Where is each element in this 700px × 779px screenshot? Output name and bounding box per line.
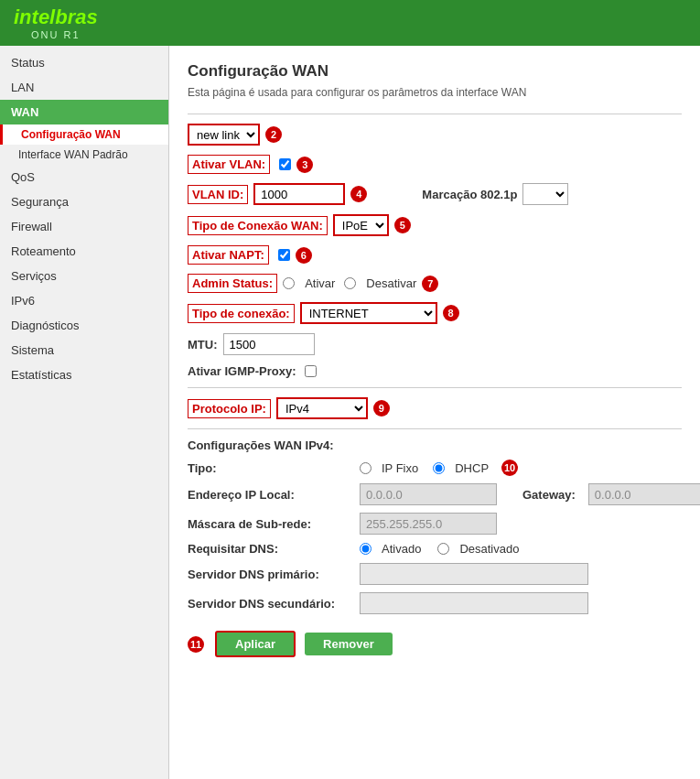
protocolo-ip-row: Protocolo IP: IPv4 9	[188, 397, 682, 419]
protocolo-ip-select[interactable]: IPv4	[276, 397, 368, 419]
badge-2: 2	[265, 126, 282, 143]
tipo-ip-fixo-radio[interactable]	[360, 462, 372, 474]
vlan-id-row: VLAN ID: 4 Marcação 802.1p	[188, 183, 682, 205]
badge-7: 7	[422, 276, 438, 292]
divider-top	[188, 114, 682, 114]
sidebar-item-qos[interactable]: QoS	[0, 165, 168, 189]
buttons-row: 11 Aplicar Remover	[188, 631, 682, 657]
page-title: Configuração WAN	[188, 62, 682, 81]
mascara-label: Máscara de Sub-rede:	[188, 517, 352, 531]
tipo-dhcp-radio[interactable]	[433, 462, 445, 474]
mtu-row: MTU:	[188, 333, 682, 355]
requisitar-dns-row: Requisitar DNS: Ativado Desativado	[188, 542, 682, 556]
admin-status-ativar-radio[interactable]	[283, 277, 295, 289]
divider-ipv4	[188, 428, 682, 429]
admin-status-desativar-label: Desativar	[344, 276, 416, 290]
requisitar-dns-label: Requisitar DNS:	[188, 542, 352, 556]
ativar-napt-row: Ativar NAPT: 6	[188, 245, 682, 265]
page-description: Esta página é usada para configurar os p…	[188, 86, 682, 99]
dns-secundario-input[interactable]	[360, 592, 588, 614]
sidebar-item-firewall[interactable]: Firewall	[0, 214, 168, 239]
badge-11: 11	[188, 636, 204, 653]
protocolo-ip-label: Protocolo IP:	[188, 399, 271, 418]
gateway-input[interactable]	[588, 483, 700, 505]
admin-status-ativar-text: Ativar	[305, 276, 335, 290]
sidebar-item-seguranca[interactable]: Segurança	[0, 189, 168, 214]
sidebar-item-ipv6[interactable]: IPv6	[0, 288, 168, 313]
sidebar-item-diagnosticos[interactable]: Diagnósticos	[0, 313, 168, 338]
remover-button[interactable]: Remover	[305, 633, 393, 655]
ativar-napt-checkbox[interactable]	[278, 249, 290, 261]
mtu-input[interactable]	[223, 333, 315, 355]
endereco-ip-input[interactable]	[360, 483, 497, 505]
ativar-vlan-checkbox[interactable]	[279, 158, 291, 170]
sidebar-item-lan[interactable]: LAN	[0, 75, 168, 100]
sidebar-item-roteamento[interactable]: Roteamento	[0, 239, 168, 264]
sidebar-item-servicos[interactable]: Serviços	[0, 264, 168, 288]
badge-3: 3	[296, 157, 313, 173]
main-content: Configuração WAN Esta página é usada par…	[169, 46, 700, 779]
dns-primario-input[interactable]	[360, 563, 588, 585]
tipo-ip-fixo-label: IP Fixo	[360, 461, 418, 475]
mtu-label: MTU:	[188, 338, 218, 352]
admin-status-label: Admin Status:	[188, 274, 277, 293]
badge-9: 9	[373, 400, 390, 417]
requisitar-dns-ativado-text: Ativado	[382, 542, 421, 556]
mascara-input[interactable]	[360, 513, 497, 535]
wan-ipv4-section: Configurações WAN IPv4: Tipo: IP Fixo DH…	[188, 438, 682, 614]
tipo-row: Tipo: IP Fixo DHCP 10	[188, 460, 682, 476]
sidebar-item-status[interactable]: Status	[0, 50, 168, 75]
tipo-conexao2-label: Tipo de conexão:	[188, 304, 295, 323]
divider-mid	[188, 387, 682, 388]
sidebar-item-sistema[interactable]: Sistema	[0, 338, 168, 362]
tipo-conexao2-row: Tipo de conexão: INTERNET 8	[188, 302, 682, 324]
igmp-row: Ativar IGMP-Proxy:	[188, 364, 682, 378]
sidebar-item-wan[interactable]: WAN	[0, 100, 168, 124]
main-layout: Status LAN WAN Configuração WAN Interfac…	[0, 46, 700, 779]
logo-model: ONU R1	[14, 29, 98, 40]
link-select[interactable]: new link	[188, 124, 260, 146]
requisitar-dns-desativado-label: Desativado	[437, 542, 519, 556]
admin-status-desativar-text: Desativar	[366, 276, 416, 290]
aplicar-button[interactable]: Aplicar	[215, 631, 296, 657]
tipo-dhcp-text: DHCP	[455, 461, 489, 475]
wan-ipv4-title: Configurações WAN IPv4:	[188, 438, 682, 452]
requisitar-dns-ativado-label: Ativado	[360, 542, 421, 556]
marcacao-label: Marcação 802.1p	[422, 188, 517, 201]
admin-status-ativar-label: Ativar	[283, 276, 335, 290]
ativar-vlan-row: Ativar VLAN: 3	[188, 155, 682, 174]
admin-status-row: Admin Status: Ativar Desativar 7	[188, 274, 682, 293]
sidebar-item-estatisticas[interactable]: Estatísticas	[0, 362, 168, 387]
link-row: new link 2	[188, 124, 682, 146]
badge-8: 8	[443, 305, 459, 321]
badge-6: 6	[296, 247, 312, 264]
mascara-row: Máscara de Sub-rede:	[188, 513, 682, 535]
tipo-conexao2-select[interactable]: INTERNET	[300, 302, 437, 324]
tipo-conexao-label: Tipo de Conexão WAN:	[188, 216, 328, 235]
marcacao-select[interactable]	[522, 183, 568, 205]
igmp-checkbox[interactable]	[305, 365, 317, 377]
sidebar-subitem-configuracao-wan[interactable]: Configuração WAN	[0, 124, 168, 145]
requisitar-dns-desativado-text: Desativado	[459, 542, 519, 556]
tipo-label: Tipo:	[188, 461, 352, 475]
vlan-id-input[interactable]	[253, 183, 345, 205]
sidebar-subitem-interface-wan-padrao[interactable]: Interface WAN Padrão	[0, 145, 168, 165]
vlan-id-label: VLAN ID:	[188, 185, 248, 204]
badge-10: 10	[501, 460, 518, 476]
igmp-label: Ativar IGMP-Proxy:	[188, 364, 296, 378]
endereco-ip-label: Endereço IP Local:	[188, 488, 352, 502]
gateway-label: Gateway:	[522, 488, 576, 502]
dns-primario-label: Servidor DNS primário:	[188, 568, 352, 581]
dns-primario-row: Servidor DNS primário:	[188, 563, 682, 585]
tipo-conexao-select[interactable]: IPoE	[333, 214, 389, 236]
header: intelbras ONU R1	[0, 0, 700, 46]
dns-secundario-row: Servidor DNS secundário:	[188, 592, 682, 614]
requisitar-dns-ativado-radio[interactable]	[360, 543, 372, 555]
logo-brand: intelbras	[14, 5, 98, 28]
badge-5: 5	[394, 217, 411, 233]
admin-status-desativar-radio[interactable]	[344, 277, 356, 289]
badge-4: 4	[350, 186, 367, 202]
sidebar: Status LAN WAN Configuração WAN Interfac…	[0, 46, 169, 779]
requisitar-dns-desativado-radio[interactable]	[437, 543, 449, 555]
tipo-dhcp-label: DHCP	[433, 461, 489, 475]
